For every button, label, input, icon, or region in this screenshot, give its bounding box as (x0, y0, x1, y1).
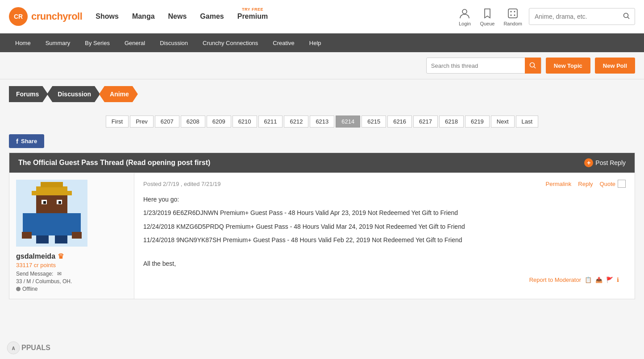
new-topic-button[interactable]: New Topic (546, 58, 590, 74)
svg-rect-24 (72, 232, 82, 239)
global-search-button[interactable] (619, 12, 635, 21)
svg-rect-18 (43, 201, 46, 204)
nav-games[interactable]: Games (200, 12, 224, 21)
post-date: Posted 2/7/19 , edited 7/21/19 (143, 181, 220, 187)
report-area: Report to Moderator 📋 📤 🚩 ℹ (143, 272, 626, 288)
page-6211[interactable]: 6211 (258, 116, 283, 128)
svg-line-9 (628, 17, 630, 19)
page-6214-current[interactable]: 6214 (336, 116, 360, 128)
page-6219[interactable]: 6219 (465, 116, 490, 128)
nav-news[interactable]: News (168, 12, 187, 21)
post-text: Here you go: 1/23/2019 6E6ZR6DJNWN Premi… (143, 194, 626, 268)
svg-rect-3 (508, 9, 517, 18)
forum-nav-crunchy-connections[interactable]: Crunchy Connections (196, 33, 264, 52)
forum-nav-home[interactable]: Home (9, 33, 37, 52)
facebook-share-button[interactable]: f Share (9, 134, 44, 148)
forum-nav-creative[interactable]: Creative (266, 33, 300, 52)
page-6215[interactable]: 6215 (361, 116, 386, 128)
page-6217[interactable]: 6217 (413, 116, 438, 128)
page-prev[interactable]: Prev (130, 116, 154, 128)
crown-icon: ♛ (58, 252, 64, 260)
quote-icon (618, 180, 626, 188)
global-search-input[interactable] (529, 13, 619, 20)
post-user-panel: gsdalmeida ♛ 33117 cr points Send Messag… (9, 173, 134, 299)
svg-rect-21 (23, 213, 32, 233)
nav-premium[interactable]: TRY FREE Premium (237, 12, 268, 21)
username: gsdalmeida ♛ (16, 252, 127, 260)
bookmark-icon (481, 7, 494, 20)
page-6216[interactable]: 6216 (387, 116, 412, 128)
guest-pass-line-3: 11/24/2018 9NGN9YK87SH Premium+ Guest Pa… (143, 235, 626, 245)
svg-rect-25 (36, 235, 49, 243)
svg-point-8 (624, 13, 628, 17)
breadcrumb-anime[interactable]: Anime (99, 86, 137, 102)
queue-button[interactable]: Queue (480, 7, 494, 26)
thread-title-bar: The Official Guest Pass Thread (Read ope… (9, 153, 635, 173)
pagination: First Prev 6207 6208 6209 6210 6211 6212… (0, 109, 644, 134)
breadcrumb-discussion[interactable]: Discussion (47, 86, 99, 102)
forum-nav-help[interactable]: Help (303, 33, 328, 52)
global-search-bar (529, 8, 635, 25)
send-message-line: Send Message: ✉ (16, 271, 127, 277)
page-6209[interactable]: 6209 (207, 116, 231, 128)
svg-point-7 (514, 14, 515, 16)
post-reply-button[interactable]: + Post Reply (584, 158, 626, 167)
forum-navigation: Home Summary By Series General Discussio… (0, 33, 644, 52)
svg-point-2 (462, 9, 467, 14)
svg-line-11 (534, 67, 536, 69)
action-bar: New Topic New Poll (0, 52, 644, 79)
random-button[interactable]: Random (503, 7, 522, 26)
report-icon: 📋 (585, 276, 592, 283)
svg-point-6 (511, 14, 512, 16)
flag-icon: 🚩 (606, 276, 613, 283)
post-content: Posted 2/7/19 , edited 7/21/19 Permalink… (134, 173, 635, 299)
svg-rect-14 (41, 182, 63, 187)
post-closing: All the best, (143, 259, 626, 268)
thread-search-input[interactable] (427, 62, 525, 69)
page-6213[interactable]: 6213 (310, 116, 334, 128)
quote-action[interactable]: Quote (600, 180, 626, 188)
avatar-image (18, 182, 85, 244)
svg-rect-20 (32, 213, 72, 235)
post-meta: Posted 2/7/19 , edited 7/21/19 Permalink… (143, 180, 626, 188)
page-6208[interactable]: 6208 (181, 116, 205, 128)
page-next[interactable]: Next (491, 116, 515, 128)
svg-rect-23 (22, 232, 32, 239)
page-last[interactable]: Last (516, 116, 539, 128)
login-button[interactable]: Login (458, 7, 471, 26)
report-to-moderator-link[interactable]: Report to Moderator (529, 276, 581, 283)
nav-shows[interactable]: Shows (96, 12, 119, 21)
guest-pass-line-2: 12/24/2018 KMZG6D5PRDQ Premium+ Guest Pa… (143, 222, 626, 231)
thread-search-bar (426, 58, 541, 74)
forum-nav-discussion[interactable]: Discussion (154, 33, 194, 52)
logo-area[interactable]: CR crunchyroll (9, 7, 82, 26)
page-6210[interactable]: 6210 (233, 116, 257, 128)
reply-link[interactable]: Reply (578, 181, 593, 187)
thread-container: The Official Guest Pass Thread (Read ope… (9, 153, 635, 299)
breadcrumb: Forums Discussion Anime (0, 79, 644, 109)
post-actions: Permalink Reply Quote (546, 180, 626, 188)
page-6218[interactable]: 6218 (439, 116, 464, 128)
facebook-share-area: f Share (9, 134, 635, 148)
cr-points: 33117 cr points (16, 262, 127, 268)
new-poll-button[interactable]: New Poll (595, 58, 635, 74)
page-6207[interactable]: 6207 (155, 116, 179, 128)
thread-search-button[interactable] (525, 58, 541, 74)
permalink-link[interactable]: Permalink (546, 181, 572, 187)
breadcrumb-forums[interactable]: Forums (9, 86, 47, 102)
svg-rect-19 (58, 201, 61, 204)
user-demographics: 33 / M / Columbus, OH. (16, 278, 127, 285)
message-icon[interactable]: ✉ (57, 271, 62, 277)
forum-nav-general[interactable]: General (118, 33, 151, 52)
svg-point-10 (530, 63, 534, 67)
forum-nav-by-series[interactable]: By Series (79, 33, 116, 52)
search-icon (623, 12, 630, 20)
forum-nav-summary[interactable]: Summary (39, 33, 77, 52)
logo-icon: CR (9, 7, 28, 26)
svg-text:CR: CR (14, 13, 23, 20)
nav-manga[interactable]: Manga (132, 12, 155, 21)
page-6212[interactable]: 6212 (284, 116, 308, 128)
page-first[interactable]: First (106, 116, 129, 128)
user-icon (458, 7, 471, 20)
share-icon: 📤 (595, 276, 602, 283)
